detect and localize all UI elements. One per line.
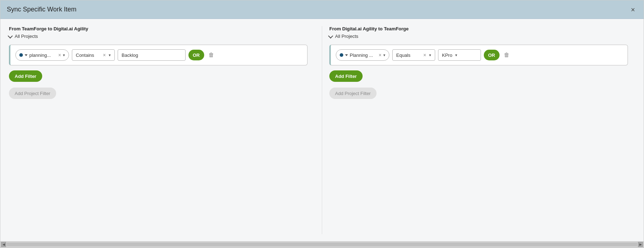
right-delete-button[interactable]: 🗑: [502, 51, 511, 59]
left-delete-button[interactable]: 🗑: [207, 51, 216, 59]
right-panel: From Digital.ai Agility to TeamForge All…: [329, 26, 635, 234]
left-panel-label: From TeamForge to Digital.ai Agility: [9, 26, 308, 31]
left-panel: From TeamForge to Digital.ai Agility All…: [9, 26, 315, 234]
right-all-projects-text: All Projects: [335, 34, 358, 39]
left-actions: Add Filter Add Project Filter: [9, 70, 308, 99]
left-add-filter-button[interactable]: Add Filter: [9, 70, 42, 82]
right-value-caret-icon: ▾: [455, 53, 457, 58]
right-operator-clear-icon[interactable]: ×: [423, 53, 426, 58]
left-value-input[interactable]: [118, 49, 186, 61]
right-add-project-filter-button[interactable]: Add Project Filter: [329, 88, 377, 99]
left-field-select[interactable]: planning... × ▾: [15, 49, 69, 61]
horizontal-scrollbar: ◀ ▶: [0, 241, 644, 248]
right-all-projects-row: All Projects: [329, 34, 628, 39]
right-chevron-down-icon: [328, 33, 333, 38]
right-field-dot-icon: [340, 53, 343, 57]
scroll-track[interactable]: [7, 243, 637, 246]
right-operator-caret-icon: ▾: [429, 53, 431, 58]
left-or-button[interactable]: OR: [188, 50, 204, 60]
left-all-projects-row: All Projects: [9, 34, 308, 39]
left-filter-group: planning... × ▾ Contains × ▾ OR 🗑: [9, 45, 308, 65]
right-add-filter-button[interactable]: Add Filter: [329, 70, 363, 82]
right-field-tri-icon: [345, 54, 348, 56]
right-filter-group: Planning ... × ▾ Equals × ▾ KPro ▾ OR: [329, 45, 628, 65]
modal-body: From TeamForge to Digital.ai Agility All…: [0, 19, 644, 241]
right-panel-label: From Digital.ai Agility to TeamForge: [329, 26, 628, 31]
left-add-project-filter-button[interactable]: Add Project Filter: [9, 88, 56, 99]
right-field-text: Planning ...: [350, 53, 377, 58]
left-field-tri-icon: [25, 54, 28, 56]
left-operator-select[interactable]: Contains × ▾: [72, 49, 115, 61]
scroll-right-arrow[interactable]: ▶: [638, 242, 643, 247]
left-chevron-down-icon: [8, 33, 13, 38]
left-field-clear-icon[interactable]: ×: [58, 53, 61, 58]
right-operator-select[interactable]: Equals × ▾: [392, 49, 435, 61]
left-all-projects-text: All Projects: [15, 34, 38, 39]
right-actions: Add Filter Add Project Filter: [329, 70, 628, 99]
right-operator-text: Equals: [396, 53, 421, 58]
right-value-select[interactable]: KPro ▾: [438, 49, 481, 61]
modal-container: Sync Specific Work Item × From TeamForge…: [0, 0, 644, 248]
right-field-caret-icon: ▾: [383, 53, 385, 58]
modal-title: Sync Specific Work Item: [7, 6, 77, 13]
panel-divider: [322, 26, 322, 234]
left-operator-caret-icon: ▾: [109, 53, 111, 58]
right-field-select[interactable]: Planning ... × ▾: [336, 49, 389, 61]
left-operator-text: Contains: [76, 53, 100, 58]
close-button[interactable]: ×: [629, 5, 637, 14]
scroll-left-arrow[interactable]: ◀: [1, 242, 6, 247]
right-field-clear-icon[interactable]: ×: [379, 53, 382, 58]
left-field-text: planning...: [29, 53, 56, 58]
left-operator-clear-icon[interactable]: ×: [103, 53, 106, 58]
modal-header: Sync Specific Work Item ×: [0, 0, 644, 19]
left-field-caret-icon: ▾: [63, 53, 65, 58]
right-or-button[interactable]: OR: [484, 50, 500, 60]
left-field-dot-icon: [19, 53, 23, 57]
right-value-text: KPro: [442, 53, 452, 58]
